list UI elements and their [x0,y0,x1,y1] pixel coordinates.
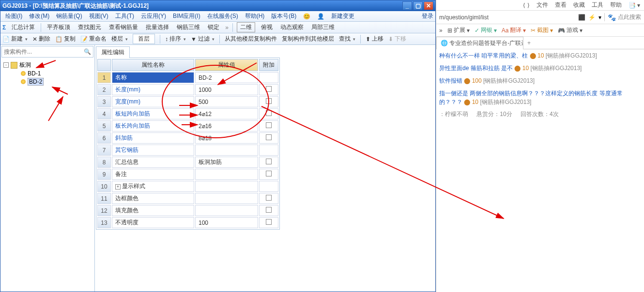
close-button[interactable]: ✕ [424,1,433,10]
search-box[interactable]: 🔍 [1,46,93,58]
tb-2d[interactable]: 二维 [237,22,255,32]
prop-name[interactable]: 填充颜色 [112,205,194,216]
table-row[interactable]: 7 其它钢筋 [97,145,278,156]
tb2-copyfrom[interactable]: 从其他楼层复制构件 [225,35,277,43]
tb2-new[interactable]: 📄 新建 [2,35,28,43]
tb-dyn[interactable]: 动态观察 [278,22,306,32]
prop-value[interactable]: 100 [195,217,258,228]
more-icon[interactable]: » [225,24,229,31]
tree-item-bd2[interactable]: BD-2 [3,77,92,86]
bm-more[interactable]: 📑 ▾ [629,2,640,9]
tb-3d[interactable]: 钢筋三维 [175,22,202,32]
qa-item[interactable]: 异性里面de 箍筋和拉筋 是不 ⬤ 10 [钢筋抽样GGJ2013] [439,64,641,73]
table-row[interactable]: 11 边框颜色 [97,193,278,204]
prop-extra[interactable] [259,157,278,168]
face-icon[interactable]: 😊 [300,12,313,21]
prop-value[interactable] [195,193,258,204]
menu-rebar[interactable]: 钢筋量(Q) [53,11,85,21]
prop-value[interactable]: 2⌀16 [195,120,258,131]
bm-file[interactable]: 文件 [537,1,548,9]
tb-sum[interactable]: 汇总计算 [10,22,37,32]
tb-flat[interactable]: 平齐板顶 [45,22,72,32]
prop-value[interactable] [195,145,258,156]
prop-name[interactable]: 备注 [112,169,194,180]
dropdown-icon[interactable]: ▾ [598,14,601,21]
search-area[interactable]: 🐾点此搜索 [604,13,641,21]
property-tab[interactable]: 属性编辑 [96,46,130,58]
prop-extra[interactable] [259,120,278,131]
table-row[interactable]: 12 填充颜色 [97,205,278,216]
tb2-up[interactable]: ⬆ 上移 [366,35,383,43]
browser-tab[interactable]: 🌐 专业造价问题答疑平台-广联达 [436,37,523,49]
prop-extra[interactable] [259,205,278,216]
prop-extra[interactable] [259,84,278,95]
menu-bim[interactable]: BIM应用(I) [170,11,203,21]
prop-value[interactable]: BD-2 [195,72,258,83]
login-link[interactable]: 登录 [422,12,433,20]
prop-name[interactable]: 边框颜色 [112,193,194,204]
btb-bank[interactable]: ✓ 网银 ▾ [475,26,497,34]
prop-value[interactable]: 板洞加筋 [195,157,258,168]
tree-item-bd1[interactable]: BD-1 [3,70,92,77]
btb-ext[interactable]: ⊞ 扩展 ▾ [447,26,470,34]
menu-cloud[interactable]: 云应用(Y) [138,11,169,21]
table-row[interactable]: 3 宽度(mm) 500 [97,96,278,107]
tb2-floor[interactable]: 楼层 [111,35,128,43]
prop-value[interactable]: 1000 [195,84,258,95]
tb2-copy[interactable]: 📋 复制 [55,35,76,43]
prop-extra[interactable] [259,169,278,180]
prop-value[interactable] [195,205,258,216]
table-row[interactable]: 10 +显示样式 [97,181,278,192]
bm-help[interactable]: 帮助 [610,1,622,9]
bm-tools[interactable]: 工具 [592,1,603,9]
maximize-button[interactable]: ▢ [413,1,423,10]
table-row[interactable]: 6 斜加筋 8⌀18 [97,132,278,144]
btb-shot[interactable]: ✂ 截图 ▾ [531,26,553,34]
prop-name[interactable]: +显示样式 [112,181,194,192]
prop-name[interactable]: 板短跨向加筋 [112,108,194,119]
prop-extra[interactable] [259,181,278,192]
tb2-copyto[interactable]: 复制构件到其他楼层 [282,35,334,43]
search-input[interactable] [4,48,84,55]
tb2-del[interactable]: ✕ 删除 [32,35,50,43]
search-icon[interactable]: 🔍 [84,48,91,55]
menu-help[interactable]: 帮助(H) [242,11,268,21]
menu-view[interactable]: 视图(V) [86,11,111,21]
prop-extra[interactable] [259,193,278,204]
tb2-rename[interactable]: 📝 重命名 [80,35,107,43]
menu-online[interactable]: 在线服务(S) [204,11,241,21]
tb-top[interactable]: 俯视 [259,22,275,32]
tb-lock[interactable]: 锁定 [206,22,221,32]
tb2-filter[interactable]: ▼ 过滤 [191,35,215,43]
table-row[interactable]: 1 名称 BD-2 [97,72,278,83]
expand-icon[interactable]: - [3,62,9,68]
menu-draw[interactable]: 绘图(I) [2,11,25,21]
prop-extra[interactable] [259,145,278,156]
minimize-button[interactable]: _ [402,1,412,10]
prop-name[interactable]: 其它钢筋 [112,145,194,156]
menu-tools[interactable]: 工具(T) [112,11,137,21]
user-icon[interactable]: 👤 [314,12,327,21]
tb2-find[interactable]: 查找 [339,35,355,43]
prop-extra[interactable] [259,96,278,107]
table-row[interactable]: 5 板长跨向加筋 2⌀16 [97,120,278,131]
qa-item[interactable]: 指一侧还是 两侧全部的钢筋信息啊？？？这样定义的钢筋长度 等度通常的？？？ ⬤ … [439,89,641,106]
table-row[interactable]: 13 不透明度 100 [97,217,278,228]
floor-select[interactable]: 首层 [133,34,155,44]
prop-extra[interactable] [259,108,278,119]
tb-batch[interactable]: 批量选择 [144,22,171,32]
prop-name[interactable]: 汇总信息 [112,157,194,168]
tb-look[interactable]: 查看钢筋量 [107,22,140,32]
prop-value[interactable]: 500 [195,96,258,107]
table-row[interactable]: 8 汇总信息 板洞加筋 [97,157,278,168]
btb-game[interactable]: 🎮 游戏 ▾ [558,26,583,34]
prop-extra[interactable] [259,72,278,83]
tb-find[interactable]: 查找图元 [76,22,103,32]
flash-icon[interactable]: ⚡ [588,14,596,21]
new-tab-button[interactable]: + [523,38,535,48]
prop-name[interactable]: 不透明度 [112,217,194,228]
table-row[interactable]: 2 长度(mm) 1000 [97,84,278,95]
prop-name[interactable]: 宽度(mm) [112,96,194,107]
url-text[interactable]: m/question/giml/list [439,14,575,21]
bm-view[interactable]: 查看 [555,1,567,9]
